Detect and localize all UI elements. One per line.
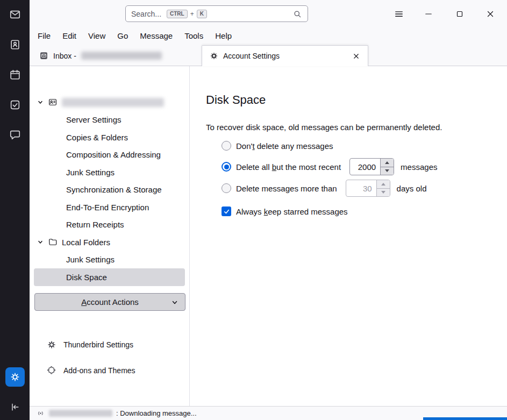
thunderbird-settings-label: Thunderbird Settings <box>63 340 133 349</box>
recent-messages-value[interactable]: 2000 <box>350 159 380 175</box>
checkbox-row-keep-starred: Always keep starred messages <box>222 204 348 218</box>
days-old-value[interactable]: 30 <box>346 180 376 196</box>
sidebar-item-return-receipts[interactable]: Return Receipts <box>30 216 189 234</box>
radio-delete-recent-label[interactable]: Delete all but the most recent <box>236 162 341 172</box>
sidebar-item-local-junk-settings[interactable]: Junk Settings <box>30 251 189 269</box>
redacted-account-name <box>62 98 164 107</box>
chevron-down-icon[interactable] <box>37 99 44 105</box>
tab-account-settings[interactable]: Account Settings <box>202 45 368 66</box>
kbd-plus: + <box>190 10 194 18</box>
menu-message[interactable]: Message <box>134 30 178 42</box>
minimize-icon <box>424 9 433 19</box>
mail-space-button[interactable] <box>6 5 24 24</box>
maximize-icon <box>455 9 465 19</box>
main-area: Server Settings Copies & Folders Composi… <box>30 66 507 406</box>
addons-themes-link[interactable]: Add-ons and Themes <box>30 362 189 379</box>
puzzle-piece-icon <box>47 366 56 375</box>
search-placeholder: Search... <box>131 10 161 18</box>
tab-inbox[interactable]: Inbox - <box>34 46 184 65</box>
sidebar-item-label: End-To-End Encryption <box>66 203 149 212</box>
status-bar: : Downloading message... <box>30 406 507 420</box>
up-arrow-icon <box>385 161 389 164</box>
inbox-tab-label: Inbox - <box>53 52 76 60</box>
folder-icon <box>48 237 58 247</box>
window-close-button[interactable] <box>483 7 497 21</box>
keep-starred-checkbox[interactable] <box>222 207 231 216</box>
sidebar-item-label: Return Receipts <box>66 220 124 229</box>
tab-close-button[interactable] <box>349 49 362 62</box>
messages-unit-label: messages <box>401 162 437 172</box>
sidebar-item-composition-addressing[interactable]: Composition & Addressing <box>30 146 189 164</box>
tree-account-root[interactable] <box>30 94 189 111</box>
disk-space-pane: Disk Space To recover disk space, old me… <box>190 66 507 406</box>
menu-view[interactable]: View <box>82 30 111 42</box>
days-old-number-input[interactable]: 30 <box>346 180 390 197</box>
menu-help[interactable]: Help <box>209 30 238 42</box>
sidebar-item-server-settings[interactable]: Server Settings <box>30 111 189 129</box>
radio-dont-delete-label[interactable]: Don't delete any messages <box>236 141 333 151</box>
menu-tools[interactable]: Tools <box>178 30 209 42</box>
sidebar-item-junk-settings[interactable]: Junk Settings <box>30 163 189 181</box>
days-old-unit-label: days old <box>397 184 427 193</box>
menu-file[interactable]: File <box>32 30 56 42</box>
redacted-account-name <box>49 410 112 417</box>
sidebar-item-copies-folders[interactable]: Copies & Folders <box>30 129 189 146</box>
checkmark-icon <box>223 208 230 215</box>
spaces-toolbar <box>0 0 30 420</box>
sidebar-item-end-to-end-encryption[interactable]: End-To-End Encryption <box>30 198 189 216</box>
radio-delete-older-than[interactable] <box>222 183 231 193</box>
down-arrow-icon <box>381 191 385 194</box>
up-arrow-icon <box>381 183 385 186</box>
gear-icon <box>47 340 56 350</box>
page-title: Disk Space <box>206 93 266 107</box>
account-settings-gear-icon <box>210 52 218 60</box>
tasks-icon <box>9 99 21 111</box>
spinner-down-button[interactable] <box>381 167 394 175</box>
account-actions-button[interactable]: Account Actions <box>34 293 185 311</box>
sidebar-item-label: Server Settings <box>66 115 122 124</box>
sidebar-item-disk-space-selected[interactable]: Disk Space <box>34 268 185 286</box>
intro-text: To recover disk space, old messages can … <box>206 123 442 132</box>
window-maximize-button[interactable] <box>453 7 467 21</box>
spinner-up-button[interactable] <box>377 180 390 188</box>
settings-space-button[interactable] <box>5 367 25 387</box>
chat-space-button[interactable] <box>6 126 24 144</box>
spinner-up-button[interactable] <box>381 159 394 167</box>
calendar-space-button[interactable] <box>6 66 24 84</box>
account-tree: Server Settings Copies & Folders Composi… <box>30 94 189 286</box>
down-arrow-icon <box>385 169 389 172</box>
menu-edit[interactable]: Edit <box>56 30 82 42</box>
kbd-k: K <box>197 10 207 18</box>
sidebar-item-label: Disk Space <box>66 273 107 282</box>
sidebar-item-synchronization-storage[interactable]: Synchronization & Storage <box>30 181 189 199</box>
search-icon <box>292 9 302 19</box>
kbd-ctrl: CTRL <box>167 10 188 18</box>
chevron-down-icon[interactable] <box>37 239 44 245</box>
tree-local-folders-root[interactable]: Local Folders <box>30 233 189 251</box>
addons-themes-label: Add-ons and Themes <box>63 366 135 375</box>
radio-row-delete-recent: Delete all but the most recent 2000 mess… <box>222 156 437 177</box>
global-search-input[interactable]: Search... CTRL + K <box>125 5 308 22</box>
menu-go[interactable]: Go <box>111 30 134 42</box>
radio-row-dont-delete: Don't delete any messages <box>222 139 333 153</box>
radio-dont-delete[interactable] <box>222 141 231 151</box>
app-menu-button[interactable] <box>392 7 406 21</box>
account-actions-label: Account Actions <box>81 297 139 307</box>
close-icon <box>485 9 495 19</box>
sidebar-item-label: Junk Settings <box>66 168 115 177</box>
calendar-icon <box>9 69 21 81</box>
radio-delete-all-but-recent[interactable] <box>222 162 231 172</box>
activity-broadcast-icon <box>36 409 45 418</box>
sidebar-item-label: Composition & Addressing <box>66 150 161 159</box>
radio-delete-older-label[interactable]: Delete messages more than <box>236 184 337 193</box>
account-icon <box>48 97 58 107</box>
collapse-toolbar-button[interactable] <box>9 401 22 414</box>
settings-tab-label: Account Settings <box>223 52 345 60</box>
addressbook-space-button[interactable] <box>6 35 24 54</box>
thunderbird-settings-link[interactable]: Thunderbird Settings <box>30 337 189 353</box>
spinner-down-button[interactable] <box>377 188 390 197</box>
keep-starred-label[interactable]: Always keep starred messages <box>236 207 348 216</box>
window-minimize-button[interactable] <box>422 7 435 21</box>
tasks-space-button[interactable] <box>6 96 24 114</box>
recent-messages-number-input[interactable]: 2000 <box>349 158 394 175</box>
